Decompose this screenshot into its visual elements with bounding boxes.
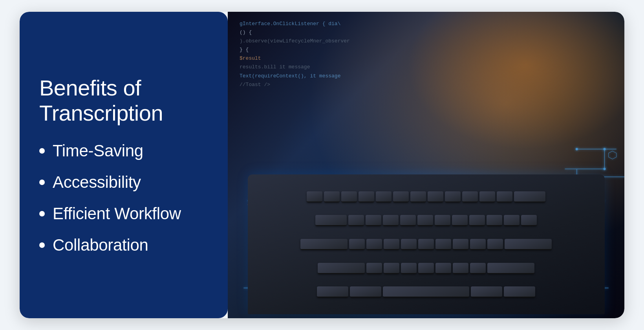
list-item-label: Accessibility	[53, 173, 141, 192]
key	[350, 286, 381, 297]
key	[376, 191, 392, 202]
key	[393, 191, 409, 202]
key	[300, 239, 348, 250]
key	[514, 191, 545, 202]
key	[445, 191, 461, 202]
bullet-dot-icon	[39, 148, 45, 154]
key	[401, 263, 417, 274]
key	[521, 215, 537, 226]
bullet-dot-icon	[39, 211, 45, 216]
key	[462, 191, 478, 202]
key	[452, 215, 468, 226]
key	[469, 215, 485, 226]
key-row-5	[254, 286, 599, 297]
key	[418, 263, 434, 274]
key	[324, 191, 340, 202]
key	[487, 215, 502, 226]
key	[487, 263, 534, 274]
title-line1: Benefits of	[39, 75, 141, 100]
bullet-dot-icon	[39, 242, 45, 248]
list-item-time-saving: Time-Saving	[39, 141, 208, 160]
key	[453, 239, 468, 250]
key	[504, 215, 520, 226]
main-container: Benefits of Transcription Time-Saving Ac…	[20, 12, 624, 318]
list-item-label: Time-Saving	[53, 141, 143, 160]
spacebar	[383, 286, 469, 297]
right-panel: gInterface.OnClickListener { dia\ () { )…	[228, 12, 624, 318]
list-item-collaboration: Collaboration	[39, 236, 208, 255]
key	[471, 286, 502, 297]
key	[384, 239, 399, 250]
key	[470, 263, 486, 274]
key	[349, 239, 365, 250]
key	[366, 263, 382, 274]
key	[348, 215, 364, 226]
list-item-label: Efficient Workflow	[53, 204, 181, 223]
benefits-list: Time-Saving Accessibility Efficient Work…	[39, 141, 208, 255]
key	[383, 215, 399, 226]
key	[487, 239, 503, 250]
bullet-dot-icon	[39, 180, 45, 185]
left-panel: Benefits of Transcription Time-Saving Ac…	[20, 12, 228, 318]
key	[307, 191, 322, 202]
list-item-accessibility: Accessibility	[39, 173, 208, 192]
key	[318, 263, 365, 274]
key	[341, 191, 357, 202]
key	[497, 191, 512, 202]
key	[418, 239, 434, 250]
key	[315, 215, 347, 226]
key	[504, 286, 535, 297]
key	[384, 263, 399, 274]
key-row-2	[254, 215, 599, 226]
key	[453, 263, 468, 274]
key	[470, 239, 486, 250]
key	[435, 239, 451, 250]
main-title: Benefits of Transcription	[39, 75, 208, 126]
key	[428, 191, 443, 202]
keyboard-body	[248, 174, 605, 314]
key	[359, 191, 374, 202]
key	[401, 239, 417, 250]
key	[366, 239, 382, 250]
key	[435, 263, 451, 274]
list-item-label: Collaboration	[53, 236, 148, 255]
key	[505, 239, 552, 250]
key	[479, 191, 495, 202]
key-row-1	[254, 191, 599, 202]
title-line2: Transcription	[39, 101, 163, 125]
key-row-3	[254, 239, 599, 250]
key	[435, 215, 450, 226]
key	[317, 286, 348, 297]
tech-image-bg: gInterface.OnClickListener { dia\ () { )…	[228, 12, 624, 318]
key-row-4	[254, 263, 599, 274]
keyboard-simulation	[228, 150, 624, 318]
key	[400, 215, 416, 226]
key	[417, 215, 433, 226]
key	[410, 191, 426, 202]
key	[366, 215, 381, 226]
list-item-efficient-workflow: Efficient Workflow	[39, 204, 208, 223]
